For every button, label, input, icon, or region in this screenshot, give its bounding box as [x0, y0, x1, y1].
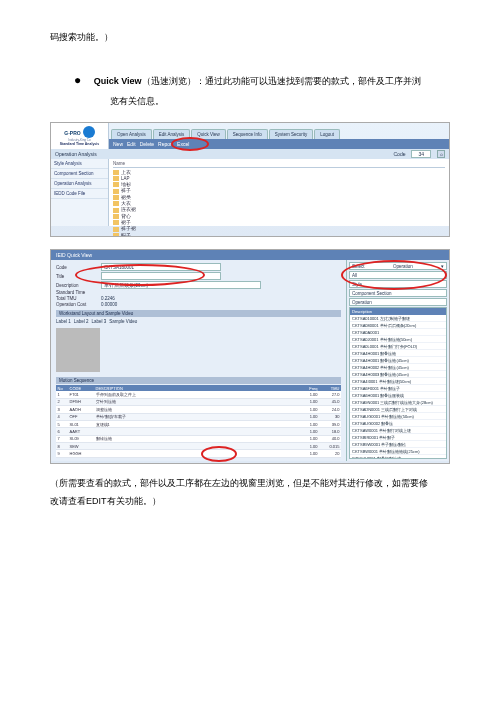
- intro-line: 码搜索功能。）: [50, 28, 450, 46]
- toolbar-button[interactable]: New: [113, 141, 123, 147]
- select-option[interactable]: Component Section: [349, 289, 447, 297]
- list-item[interactable]: CKTSADN0001 三线后翻打上下对线: [350, 406, 446, 413]
- table-row[interactable]: 6AART1.0018.0: [56, 428, 341, 435]
- footnote-line2: 改请查看EDIT有关功能。）: [50, 492, 450, 510]
- table-row[interactable]: 1FT01手伸到面前及取之件上1.0027.0: [56, 391, 341, 398]
- list-item[interactable]: CKTSA0L0001 单针翻门打杂(FOLD): [350, 343, 446, 350]
- operation-bar: Operation Analysis Code 34 ⌕: [51, 149, 449, 159]
- annotation-circle-fields: [75, 264, 205, 286]
- section-motion: Motion Sequence: [56, 377, 341, 384]
- footnote-line1: （所需要查看的款式，部件以及工序都在左边的视窗里浏览，但是不能对其进行修改，如需…: [50, 474, 450, 492]
- section-layout: Workstand Layout and Sample Video: [56, 310, 341, 317]
- nav-item[interactable]: Operation Analysis: [51, 179, 108, 189]
- list-item[interactable]: CKTSA080001 单针后后颈条(20cm): [350, 322, 446, 329]
- screenshot-quick-view: IEID Quick View CodeCKTSA180001 Title De…: [50, 249, 450, 464]
- toolbar-button[interactable]: Edit: [127, 141, 136, 147]
- annotation-circle-quickview: [171, 137, 209, 151]
- list-item[interactable]: CKTSA0J0001 单针翻连袖(50cm): [350, 336, 446, 343]
- main-tab[interactable]: Sequence Info: [227, 129, 268, 139]
- screenshot-operation-analysis: G-PRO Industry-King Co Standard Time Ana…: [50, 122, 450, 237]
- bullet-line: ● Quick View（迅速浏览）：通过此功能可以迅速找到需要的款式，部件及工…: [74, 68, 450, 92]
- sample-image: [56, 328, 100, 372]
- toolbar-button[interactable]: Delete: [140, 141, 154, 147]
- media-tabs[interactable]: Label 1Label 2Label 3Sample Video: [56, 318, 341, 325]
- list-item[interactable]: CKTSA4H0001 翻叠连袖: [350, 350, 446, 357]
- list-item[interactable]: CKTSA4I0001 单针翻连缝(50cm): [350, 378, 446, 385]
- table-row[interactable]: 3AAOH调整连袖1.0024.0: [56, 406, 341, 413]
- bullet-dot: ●: [74, 73, 81, 87]
- list-item[interactable]: CKTSBW0001 单针翻连袖袖线(25cm): [350, 448, 446, 455]
- list-item[interactable]: CKTSA010001 左(右)制袖子翻缝: [350, 315, 446, 322]
- list-item[interactable]: CTESJL0001 翻叠打翻连式: [350, 455, 446, 459]
- window-title: IEID Quick View: [51, 250, 449, 260]
- folder-item[interactable]: 帽子: [113, 232, 445, 237]
- table-row[interactable]: 8SEW1.000.015: [56, 443, 341, 450]
- list-item[interactable]: CKTSA6F0001 单针翻连子: [350, 385, 446, 392]
- quick-view-bold: Quick View: [94, 76, 142, 86]
- list-item[interactable]: CKTSAW0001 单针翻打对线上缝: [350, 427, 446, 434]
- media-tab[interactable]: Sample Video: [109, 319, 137, 324]
- media-tab[interactable]: Label 3: [92, 319, 107, 324]
- table-row[interactable]: 9HGGH1.0020: [56, 450, 341, 457]
- quick-view-paren: （迅速浏览）: [142, 76, 196, 86]
- table-row[interactable]: 5SL01直缝线11.0039.0: [56, 421, 341, 428]
- media-tab[interactable]: Label 1: [56, 319, 71, 324]
- right-panel: SelectOperation▾ AllStyleComponent Secti…: [346, 260, 449, 461]
- list-item[interactable]: CKTSAUG0001 单针翻连袖(50cm): [350, 413, 446, 420]
- nav-item[interactable]: IEDD Code File: [51, 189, 108, 199]
- select-option[interactable]: Operation: [349, 298, 447, 306]
- list-item[interactable]: CKTSBIR0001 单针翻子: [350, 434, 446, 441]
- list-item[interactable]: CKTSA0A0001: [350, 329, 446, 336]
- code-field[interactable]: 34: [411, 150, 431, 158]
- bullet-rest: ：通过此功能可以迅速找到需要的款式，部件及工序并浏: [196, 76, 421, 86]
- list-item[interactable]: CKTSB9W0001 单子翻连/翻松: [350, 441, 446, 448]
- main-tabs: Open AnalysisEdit AnalysisQuick ViewSequ…: [109, 125, 449, 139]
- folder-tree[interactable]: Name 上衣LAP地衫裤子裙类大衣连衣裙背心裙子裤子裙帽子MMA衣: [109, 159, 449, 226]
- nav-item[interactable]: Style Analysis: [51, 159, 108, 169]
- bullet-continuation: 览有关信息。: [110, 92, 450, 110]
- annotation-circle-select: [341, 260, 447, 290]
- app-logo: G-PRO Industry-King Co Standard Time Ana…: [51, 123, 109, 149]
- main-tab[interactable]: System Security: [269, 129, 314, 139]
- media-tab[interactable]: Label 2: [74, 319, 89, 324]
- list-item[interactable]: CKTSA9N0001 三线后翻打线连袖大身(28cm): [350, 399, 446, 406]
- main-tab[interactable]: Open Analysis: [111, 129, 152, 139]
- table-row[interactable]: 7SL09翻转连袖1.0040.0: [56, 436, 341, 443]
- left-nav[interactable]: Style AnalysisComponent SectionOperation…: [51, 159, 109, 226]
- list-item[interactable]: CKTSA4H0003 翻叠连袖(45cm): [350, 371, 446, 378]
- list-item[interactable]: CKTSA4H0002 单针翻连(45cm): [350, 364, 446, 371]
- table-row[interactable]: 4OFF单针/翻放/车裁子1.0030: [56, 414, 341, 421]
- table-row[interactable]: 2DFGH穿针到连袖1.0045.0: [56, 399, 341, 406]
- main-tab[interactable]: Logout: [314, 129, 340, 139]
- operation-list[interactable]: Description CKTSA010001 左(右)制袖子翻缝CKTSA08…: [349, 307, 447, 459]
- list-item[interactable]: CKTSAUG0002 翻叠连: [350, 420, 446, 427]
- nav-item[interactable]: Component Section: [51, 169, 108, 179]
- list-item[interactable]: CKTSA6H0001 翻叠连服装线: [350, 392, 446, 399]
- motion-table[interactable]: No CODE DESCRIPTION Freq TMU 1FT01手伸到面前及…: [56, 385, 341, 458]
- annotation-circle-bottom: [201, 446, 237, 462]
- list-item[interactable]: CKTSA4H0001 翻叠连袖(45cm): [350, 357, 446, 364]
